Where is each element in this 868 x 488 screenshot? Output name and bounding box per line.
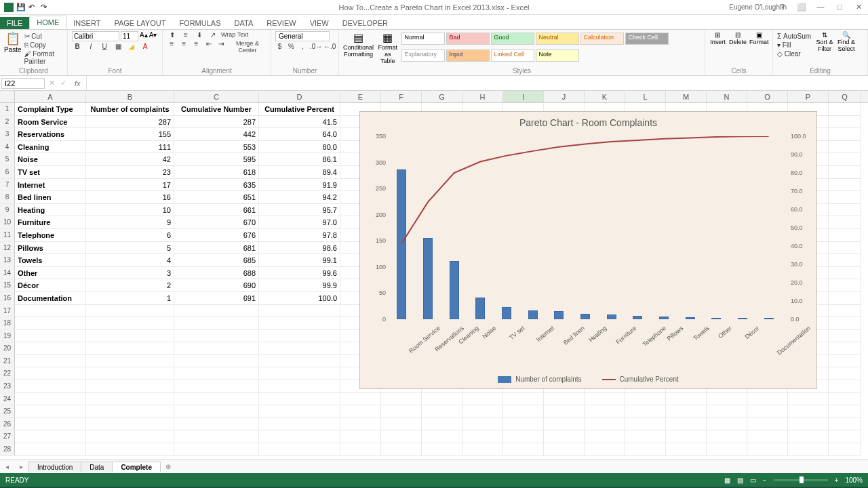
- col-header[interactable]: F: [381, 91, 422, 102]
- cell[interactable]: [340, 393, 381, 406]
- cell[interactable]: [544, 393, 585, 406]
- cell[interactable]: [585, 405, 625, 418]
- merge-button[interactable]: Merge & Center: [229, 40, 267, 54]
- clear-button[interactable]: ◇ Clear: [777, 50, 811, 58]
- cell[interactable]: [340, 443, 381, 456]
- cell[interactable]: [15, 367, 86, 380]
- cell[interactable]: [829, 229, 861, 242]
- align-center-icon[interactable]: ≡: [179, 40, 189, 54]
- tab-data[interactable]: DATA: [228, 17, 260, 29]
- col-header[interactable]: O: [747, 91, 788, 102]
- row-header[interactable]: 23: [0, 380, 15, 393]
- cell[interactable]: [585, 430, 625, 443]
- cell[interactable]: [340, 418, 381, 431]
- zoom-slider[interactable]: [774, 479, 828, 481]
- cell[interactable]: [462, 405, 503, 418]
- cell[interactable]: 99.6: [259, 267, 340, 280]
- cell[interactable]: Cumulative Percent: [259, 103, 340, 116]
- cell[interactable]: [86, 418, 174, 431]
- col-header[interactable]: E: [340, 91, 381, 102]
- align-left-icon[interactable]: ≡: [167, 40, 176, 54]
- cell[interactable]: [788, 443, 829, 456]
- align-middle-icon[interactable]: ≡: [180, 31, 191, 39]
- row-header[interactable]: 27: [0, 430, 15, 443]
- cell[interactable]: [544, 443, 585, 456]
- cell-style[interactable]: Bad: [446, 33, 490, 45]
- row-header[interactable]: 5: [0, 153, 15, 166]
- find-select-button[interactable]: 🔍Find & Select: [837, 31, 856, 58]
- cell[interactable]: [829, 254, 861, 267]
- cell[interactable]: [86, 317, 174, 330]
- cell[interactable]: [174, 317, 259, 330]
- cell[interactable]: 1: [86, 292, 174, 305]
- cell[interactable]: [585, 443, 625, 456]
- cell[interactable]: [86, 355, 174, 368]
- cell[interactable]: Towels: [15, 254, 86, 267]
- italic-button[interactable]: I: [85, 43, 96, 50]
- cell[interactable]: [829, 342, 861, 355]
- cell[interactable]: [381, 418, 422, 431]
- cell[interactable]: [666, 443, 707, 456]
- cell[interactable]: [462, 430, 503, 443]
- add-sheet-button[interactable]: ⊕: [160, 463, 176, 470]
- view-layout-icon[interactable]: ▤: [737, 476, 743, 484]
- row-header[interactable]: 3: [0, 128, 15, 141]
- cell[interactable]: [86, 393, 174, 406]
- inc-decimal-icon[interactable]: .0→: [310, 43, 321, 50]
- cell[interactable]: [259, 393, 340, 406]
- zoom-in-icon[interactable]: +: [835, 476, 839, 484]
- cell[interactable]: [707, 418, 747, 431]
- cell[interactable]: [788, 393, 829, 406]
- cell[interactable]: 94.2: [259, 191, 340, 204]
- cell-style[interactable]: Neutral: [536, 33, 579, 45]
- row-header[interactable]: 9: [0, 204, 15, 217]
- cell-style[interactable]: Note: [536, 49, 579, 62]
- row-header[interactable]: 17: [0, 305, 15, 318]
- cell[interactable]: 91.9: [259, 179, 340, 192]
- sheet-tab[interactable]: Complete: [112, 462, 161, 472]
- cell[interactable]: 86.1: [259, 153, 340, 166]
- cell[interactable]: [462, 418, 503, 431]
- row-header[interactable]: 21: [0, 355, 15, 368]
- cell[interactable]: 442: [174, 128, 259, 141]
- cell[interactable]: [747, 393, 788, 406]
- cell[interactable]: [829, 355, 861, 368]
- col-header[interactable]: H: [462, 91, 503, 102]
- cell[interactable]: [259, 355, 340, 368]
- cell[interactable]: 99.9: [259, 279, 340, 292]
- cell[interactable]: [86, 305, 174, 318]
- cell[interactable]: [340, 430, 381, 443]
- select-all-corner[interactable]: [0, 91, 15, 102]
- cell[interactable]: 155: [86, 128, 174, 141]
- cell[interactable]: Heating: [15, 204, 86, 217]
- cell[interactable]: [503, 405, 544, 418]
- cell[interactable]: [259, 443, 340, 456]
- redo-icon[interactable]: ↷: [41, 3, 50, 12]
- cell[interactable]: 9: [86, 216, 174, 229]
- cell[interactable]: [174, 367, 259, 380]
- cell[interactable]: [829, 216, 861, 229]
- cell[interactable]: [829, 305, 861, 318]
- cell[interactable]: 100.0: [259, 292, 340, 305]
- cell[interactable]: [829, 279, 861, 292]
- cell[interactable]: [747, 418, 788, 431]
- cell[interactable]: [381, 430, 422, 443]
- cell-style[interactable]: Normal: [401, 33, 445, 45]
- tab-home[interactable]: HOME: [29, 16, 66, 29]
- row-header[interactable]: 13: [0, 254, 15, 267]
- col-header[interactable]: Q: [829, 91, 861, 102]
- cell[interactable]: [788, 418, 829, 431]
- align-right-icon[interactable]: ≡: [191, 40, 201, 54]
- row-header[interactable]: 14: [0, 267, 15, 280]
- cell[interactable]: [15, 418, 86, 431]
- maximize-icon[interactable]: □: [833, 3, 846, 12]
- cell[interactable]: [666, 405, 707, 418]
- cell[interactable]: [340, 405, 381, 418]
- cell[interactable]: [829, 153, 861, 166]
- row-header[interactable]: 25: [0, 405, 15, 418]
- cell[interactable]: Telephone: [15, 229, 86, 242]
- cell[interactable]: [829, 317, 861, 330]
- cell[interactable]: [381, 405, 422, 418]
- cell[interactable]: [174, 355, 259, 368]
- cell[interactable]: [829, 330, 861, 343]
